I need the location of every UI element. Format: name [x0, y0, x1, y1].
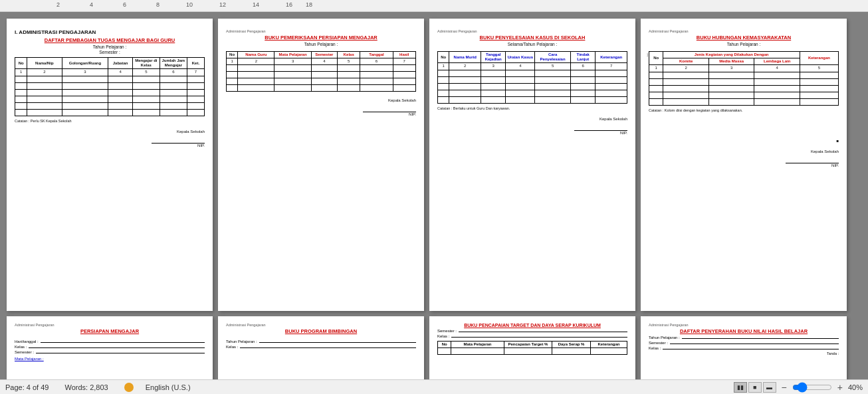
- page3-nip: NIP.: [437, 131, 627, 135]
- ruler-tick-8: 8: [126, 1, 160, 8]
- th-ket: Ket.: [187, 58, 204, 69]
- page1-sign-title: Kepala Sekolah: [15, 130, 205, 134]
- bp3-field1: Semester :: [437, 329, 627, 333]
- page1-signature: Kepala Sekolah NIP.: [15, 130, 205, 148]
- document-area[interactable]: I. ADMINISTRASI PENGAJARAN DAFTAR PEMBAG…: [0, 12, 868, 379]
- p4-th-no: No: [649, 52, 663, 65]
- page3-subtitle: Selama/Tahun Pelajaran :: [437, 42, 627, 47]
- bp1-field2: Kelas :: [15, 345, 205, 349]
- p2-th-hasil: Hasil: [393, 52, 415, 58]
- page4-note: Catatan : Kolom diisi dengan kegiatan ya…: [649, 108, 839, 112]
- p3-th-tanggal: Tanggal Kejadian: [481, 52, 506, 63]
- bottom-page-3: BUKU PENCAPAIAN TARGET DAN DAYA SERAP KU…: [429, 316, 635, 379]
- p2-th-sem: Semester: [311, 52, 337, 58]
- bp2-admin: Administrasi Pengajaran: [226, 323, 416, 327]
- ruler-tick-12: 12: [193, 1, 226, 8]
- td-5: 5: [132, 69, 160, 76]
- page3-table: No Nama Murid Tanggal Kejadian Uraian Ka…: [437, 51, 627, 104]
- p2-th-no: No: [227, 52, 238, 58]
- page2-signature: Kepala Sekolah NIP.: [226, 98, 416, 116]
- p2-th-mata: Mata Pelajaran: [274, 52, 311, 58]
- page2-subtitle: Tahun Pelajaran :: [226, 42, 416, 47]
- page2-table: No Nama Guru Mata Pelajaran Semester Kel…: [226, 51, 416, 92]
- page-3: Administrasi Pengajaran BUKU PENYELESAIA…: [429, 19, 635, 311]
- page4-signature: Kepala Sekolah NIP.: [649, 149, 839, 167]
- page3-note: Catatan : Berlaku untuk Guru Dan karyawa…: [437, 106, 627, 110]
- p2-th-tanggal: Tanggal: [360, 52, 393, 58]
- p4-th-lembaga: Lembaga Lain: [754, 58, 800, 65]
- pages-grid-bottom: Administrasi Pengajaran PERSIAPAN MENGAJ…: [7, 316, 861, 379]
- td-3: 3: [62, 69, 108, 76]
- page3-admin-label: Administrasi Pengajaran: [437, 29, 627, 33]
- p3-th-no: No: [438, 52, 449, 63]
- bp3-th-pencapaian: Pencapaian Target %: [504, 342, 552, 348]
- bottom-page-2: Administrasi Pengajaran BUKU PROGRAM BIM…: [218, 316, 424, 379]
- bp3-th-mata: Mata Pelajaran: [451, 342, 504, 348]
- ruler-tick-14: 14: [226, 1, 259, 8]
- bp3-th-daya: Daya Serap %: [552, 342, 591, 348]
- td-1: 1: [15, 69, 27, 76]
- bp2-field1: Tahun Pelajaran :: [226, 340, 416, 344]
- p4-th-media: Media Massa: [708, 58, 754, 65]
- p3-th-ket: Keterangan: [596, 52, 627, 63]
- page2-admin-label: Administrasi Pengajaran: [226, 29, 416, 33]
- ruler-tick-6: 6: [93, 1, 126, 8]
- bp4-field1: Tahun Pelajaran :: [649, 336, 839, 340]
- p2-th-kelas: Kelas: [338, 52, 360, 58]
- page1-main-title: I. ADMINISTRASI PENGAJARAN: [15, 29, 205, 35]
- bp4-admin: Administrasi Pengajaran: [649, 323, 839, 327]
- ruler-bar: 2 4 6 8 10 12 14 16 18: [0, 0, 868, 12]
- page4-title: BUKU HUBUNGAN KEMASYARAKATAN: [649, 35, 839, 41]
- page1-sub2: Semester :: [15, 50, 205, 54]
- page4-table: No Jenis Kegiatan yang Dilakukan Dengan …: [649, 51, 839, 106]
- th-jabatan: Jabatan: [108, 58, 133, 69]
- bp2-field2: Kelas :: [226, 345, 416, 349]
- page-4: Administrasi Pengajaran ↕ BUKU HUBUNGAN …: [641, 19, 847, 311]
- p4-th-komite: Komite: [663, 58, 709, 65]
- page1-nip: NIP.: [15, 144, 205, 148]
- th-nama: Nama/Nip: [27, 58, 62, 69]
- page4-admin-label: Administrasi Pengajaran: [649, 29, 839, 33]
- bp1-field1: Hari/tanggal :: [15, 340, 205, 344]
- p3-th-tindak: Tindak Lanjut: [570, 52, 595, 63]
- bp4-field2: Semester :: [649, 341, 839, 345]
- td-2: 2: [27, 69, 62, 76]
- td-4: 4: [108, 69, 133, 76]
- bp4-field3: Kelas :: [649, 346, 839, 350]
- p3-th-uraian: Uraian Kasus: [506, 52, 535, 63]
- page2-sign-title: Kepala Sekolah: [226, 98, 416, 102]
- th-golongan: Golongan/Ruang: [62, 58, 108, 69]
- bp1-title: PERSIAPAN MENGAJAR: [15, 328, 205, 334]
- ruler-tick-10: 10: [160, 1, 193, 8]
- bp4-title: DAFTAR PENYERAHAN BUKU NILAI HASIL BELAJ…: [649, 328, 839, 334]
- expand-icon[interactable]: ↕: [646, 52, 649, 58]
- bp2-title: BUKU PROGRAM BIMBINGAN: [226, 328, 416, 334]
- bp3-table: No Mata Pelajaran Pencapaian Target % Da…: [437, 341, 627, 355]
- bp1-link: Mata Pelajaran :: [15, 357, 205, 361]
- p4-th-ket: Keterangan: [800, 52, 839, 65]
- page-2: Administrasi Pengajaran BUKU PEMERIKSAAN…: [218, 19, 424, 311]
- page1-note: Catatan : Perlu SK Kepala Sekolah: [15, 119, 205, 123]
- p2-th-nama: Nama Guru: [238, 52, 274, 58]
- page1-subtitle: Tahun Pelajaran :: [15, 45, 205, 49]
- bottom-page-1: Administrasi Pengajaran PERSIAPAN MENGAJ…: [7, 316, 213, 379]
- p3-th-cara: Cara Penyelesaian: [535, 52, 571, 63]
- bp3-th-no: No: [438, 342, 451, 348]
- page3-title: BUKU PENYELESAIAN KASUS DI SEKOLAH: [437, 35, 627, 41]
- ruler-tick-2: 2: [27, 1, 60, 8]
- page1-table: No Nama/Nip Golongan/Ruang Jabatan Menga…: [15, 57, 205, 116]
- page-1: I. ADMINISTRASI PENGAJARAN DAFTAR PEMBAG…: [7, 19, 213, 311]
- page3-signature: Kepala Sekolah NIP.: [437, 117, 627, 135]
- page4-nip: NIP.: [649, 163, 839, 167]
- page2-nip: NIP.: [226, 112, 416, 116]
- page1-title: DAFTAR PEMBAGIAN TUGAS MENGAJAR BAGI GUR…: [15, 37, 205, 43]
- pages-grid-top: I. ADMINISTRASI PENGAJARAN DAFTAR PEMBAG…: [7, 19, 861, 311]
- ruler-tick-16: 16: [259, 1, 292, 8]
- ruler-tick-18: 18: [292, 1, 312, 8]
- bp4-tanda: Tanda :: [649, 351, 839, 355]
- th-no: No: [15, 58, 27, 69]
- page4-sign-title: Kepala Sekolah: [649, 149, 839, 153]
- ruler-tick-4: 4: [60, 1, 93, 8]
- th-mengajar: Mengajar di Kelas: [132, 58, 160, 69]
- td-7: 7: [187, 69, 204, 76]
